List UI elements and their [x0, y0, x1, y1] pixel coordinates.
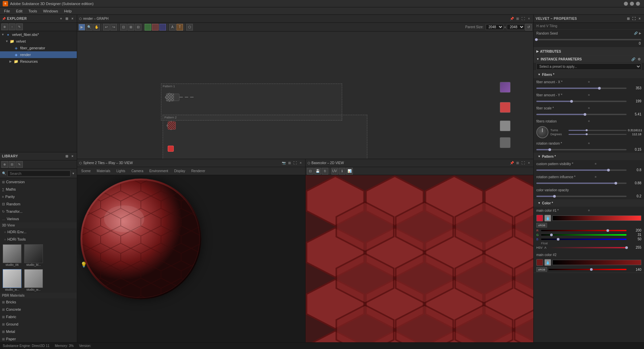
rotation-dial[interactable] [536, 126, 548, 138]
instance-params-header[interactable]: ▼ INSTANCE PARAMETERS 🔗 ⚙ [534, 55, 644, 63]
cat-item-various[interactable]: … Various [0, 215, 77, 222]
graph-close-icon[interactable]: × [527, 16, 531, 21]
view2d-tb-info[interactable]: ℹ [339, 168, 345, 174]
view3d-nav-camera[interactable]: Camera [129, 168, 146, 173]
view2d-pin-icon[interactable]: 📌 [509, 161, 514, 165]
rotation-random-thumb[interactable] [548, 148, 551, 151]
graph-canvas[interactable]: Pattern 1 [77, 32, 533, 159]
properties-expand-icon[interactable]: ⊞ [626, 16, 631, 21]
mc1-b-slider[interactable] [541, 239, 627, 240]
output-thumb-1[interactable] [500, 82, 511, 93]
graph-tb-undo[interactable]: ↩ [103, 24, 110, 31]
explorer-expand-icon[interactable]: ⊞ [64, 16, 69, 21]
view3d-close-icon[interactable]: × [299, 161, 303, 165]
graph-tb-color1[interactable] [145, 24, 151, 31]
cvo-slider[interactable] [536, 196, 627, 197]
graph-pin-icon[interactable]: 📌 [509, 16, 514, 21]
instance-link-icon[interactable]: 🔗 [631, 57, 636, 61]
graph-tb-color2[interactable] [152, 24, 159, 31]
new-icon[interactable]: + [59, 16, 63, 21]
output-thumb-4[interactable] [500, 137, 511, 148]
graph-tb-frame[interactable]: ⊡ [120, 24, 127, 31]
cat-item-hdri-tools[interactable]: ○ HDRi Tools [0, 236, 77, 243]
parent-size-select-y[interactable]: 20481024512 [507, 24, 525, 30]
cat-item-hdri-env[interactable]: ○ HDRi Env... [0, 228, 77, 236]
graph-tb-grid[interactable]: ⊞ [127, 24, 134, 31]
mc1-eye-dropper[interactable]: 💧 [544, 215, 551, 221]
view3d-expand-icon[interactable]: ⊞ [287, 161, 292, 165]
view2d-tb-copy[interactable]: ⎘ [322, 168, 328, 174]
fiber-scale-slider[interactable] [536, 114, 627, 115]
rotation-random-slider[interactable] [536, 149, 627, 150]
turns-thumb[interactable] [586, 129, 588, 131]
graph-tb-color3[interactable] [159, 24, 166, 31]
menu-help[interactable]: Help [61, 8, 74, 14]
cat-item-fabric[interactable]: ⊞ Fabric [0, 313, 77, 320]
lib-thumb-studiow1[interactable]: studio_w... [2, 269, 22, 291]
view3d-nav-scene[interactable]: Scene [78, 168, 93, 173]
mc1-r-slider[interactable] [541, 230, 627, 231]
cpv-slider[interactable] [536, 169, 627, 171]
mc1-g-slider[interactable] [541, 234, 627, 236]
pattern-header[interactable]: ▼ Pattern * [534, 153, 644, 160]
cat-item-ground[interactable]: ⊞ Ground [0, 320, 77, 328]
graph-tb-view2[interactable]: T [176, 24, 183, 31]
search-input[interactable] [7, 170, 70, 177]
turns-slider[interactable] [569, 130, 627, 131]
output-thumb-3[interactable] [500, 120, 511, 131]
view2d-tb-save[interactable]: 💾 [314, 168, 321, 174]
cat-item-maths[interactable]: ∑ Maths [0, 186, 77, 193]
lib-thumb-studiow2[interactable]: studio_w... [23, 269, 44, 291]
attributes-header[interactable]: ▶ ATTRIBUTES [534, 48, 644, 55]
view3d-nav-renderer[interactable]: Renderer [189, 168, 208, 173]
view2d-fullscreen-icon[interactable]: ⛶ [521, 161, 526, 165]
fiber-amount-y-slider[interactable] [536, 101, 627, 102]
view3d-camera-icon[interactable]: 📷 [281, 161, 286, 165]
mc1-r-thumb[interactable] [606, 229, 609, 232]
graph-tb-zoom[interactable]: 🔍 [86, 24, 93, 31]
cat-item-paper[interactable]: ⊞ Paper [0, 335, 77, 343]
mc2-r-thumb[interactable] [590, 268, 593, 271]
graph-tb-refresh[interactable]: ↺ [525, 24, 532, 31]
graph-tb-output[interactable]: ⬡ [186, 24, 193, 31]
graph-tb-select[interactable]: ▶ [78, 24, 85, 31]
mc1-srgb-btn[interactable]: sRGB [536, 223, 547, 228]
lib-thumb-studio06[interactable]: studio_06 [2, 244, 22, 266]
degrees-thumb[interactable] [586, 133, 588, 135]
seed-thumb[interactable] [535, 38, 538, 41]
tree-file[interactable]: ▼ ● velvet_fiber.sbs* [0, 31, 77, 38]
fiber-amount-x-thumb[interactable] [598, 87, 601, 90]
color-header[interactable]: ▼ Color * [534, 199, 644, 207]
lib-toolbar-btn1[interactable]: ⊕ [1, 161, 8, 168]
graph-expand-icon[interactable]: ⊞ [515, 16, 520, 21]
library-close-icon[interactable]: × [70, 154, 75, 159]
close-btn[interactable] [636, 2, 640, 6]
mc1-b-thumb[interactable] [557, 238, 559, 241]
menu-file[interactable]: File [1, 8, 13, 14]
output-thumb-2[interactable] [500, 102, 511, 113]
preset-select[interactable]: Select a preset to apply... [536, 63, 641, 70]
properties-fullscreen-icon[interactable]: ⛶ [632, 16, 636, 21]
cvo-thumb[interactable] [553, 195, 556, 198]
graph-tb-redo[interactable]: ↪ [110, 24, 117, 31]
minimize-btn[interactable] [624, 2, 628, 6]
fiber-scale-thumb[interactable] [584, 113, 586, 116]
lib-toolbar-btn2[interactable]: ⊟ [9, 161, 15, 168]
maximize-btn[interactable] [630, 2, 634, 6]
view3d-nav-display[interactable]: Display [171, 168, 188, 173]
explorer-toolbar-btn1[interactable]: ⊕ [1, 23, 8, 30]
explorer-toolbar-btn2[interactable]: ↑ [9, 23, 15, 30]
view2d-tb-fit[interactable]: ⊡ [307, 168, 314, 174]
explorer-toolbar-btn3[interactable]: ✎ [16, 23, 23, 30]
node-thumb-1[interactable] [166, 93, 174, 101]
cat-item-random[interactable]: ⚄ Random [0, 200, 77, 208]
mc1-g-thumb[interactable] [550, 234, 553, 236]
p2-node-hex2[interactable] [168, 121, 176, 130]
mc1-a-thumb[interactable] [625, 246, 628, 249]
library-expand-icon[interactable]: ⊞ [64, 154, 69, 159]
cat-item-conversion[interactable]: ⊞ Conversion [0, 178, 77, 186]
mc2-gradient[interactable] [552, 260, 641, 265]
view3d-nav-lights[interactable]: Lights [114, 168, 128, 173]
rpi-slider[interactable] [536, 183, 627, 184]
menu-edit[interactable]: Edit [13, 8, 25, 14]
